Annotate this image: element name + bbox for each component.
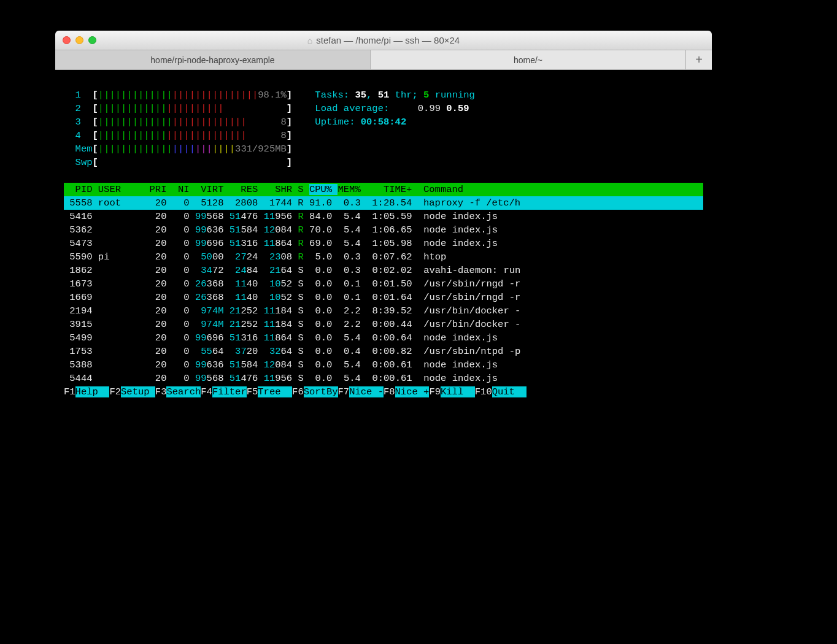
window-title: ⌂ stefan — /home/pi — ssh — 80×24 [55,35,712,45]
fkey-f3[interactable]: Search [166,386,201,397]
fkey-f9[interactable]: Kill [441,386,475,397]
process-row[interactable]: 5362 20 0 99636 51584 12084 R 70.0 5.4 1… [64,223,703,237]
fkey-f1[interactable]: Help [75,386,110,397]
process-row[interactable]: 5473 20 0 99696 51316 11864 R 69.0 5.4 1… [64,237,703,250]
process-row[interactable]: 5499 20 0 99696 51316 11864 S 0.0 5.4 0:… [64,331,703,345]
fkey-f7[interactable]: Nice - [349,386,384,397]
fkey-f8[interactable]: Nice + [395,386,430,397]
fkey-f10[interactable]: Quit [492,386,526,397]
process-row[interactable]: 1673 20 0 26368 1140 1052 S 0.0 0.1 0:01… [64,277,703,291]
tab-2[interactable]: home/~ [371,50,686,69]
minimize-icon[interactable] [75,36,83,44]
process-row[interactable]: 2194 20 0 974M 21252 11184 S 0.0 2.2 8:3… [64,304,703,318]
fkey-f4[interactable]: Filter [212,386,247,397]
tab-1[interactable]: home/rpi-node-haproxy-example [55,50,371,69]
process-header[interactable]: PID USER PRI NI VIRT RES SHR S CPU% MEM%… [64,183,703,196]
fkey-f2[interactable]: Setup [121,386,155,397]
maximize-icon[interactable] [88,36,96,44]
process-row[interactable]: 5444 20 0 99568 51476 11956 S 0.0 5.4 0:… [64,372,703,385]
process-row[interactable]: 1862 20 0 3472 2484 2164 S 0.0 0.3 0:02.… [64,264,703,277]
traffic-lights [63,36,96,44]
process-row[interactable]: 5388 20 0 99636 51584 12084 S 0.0 5.4 0:… [64,358,703,372]
terminal-content[interactable]: 1 [||||||||||||||||||||||||||||98.1%] Ta… [55,70,712,402]
window-titlebar[interactable]: ⌂ stefan — /home/pi — ssh — 80×24 [55,31,712,50]
process-row[interactable]: 5416 20 0 99568 51476 11956 R 84.0 5.4 1… [64,210,703,223]
close-icon[interactable] [63,36,71,44]
fkey-f6[interactable]: SortBy [304,386,338,397]
fkey-f5[interactable]: Tree [258,386,292,397]
process-row[interactable]: 5590 pi 20 0 5000 2724 2308 R 5.0 0.3 0:… [64,250,703,264]
home-icon: ⌂ [307,36,312,45]
new-tab-button[interactable]: + [686,50,712,69]
terminal-window: ⌂ stefan — /home/pi — ssh — 80×24 home/r… [55,31,712,402]
tab-bar: home/rpi-node-haproxy-example home/~ + [55,50,712,70]
process-row[interactable]: 3915 20 0 974M 21252 11184 S 0.0 2.2 0:0… [64,318,703,331]
process-row[interactable]: 1669 20 0 26368 1140 1052 S 0.0 0.1 0:01… [64,291,703,304]
process-row[interactable]: 1753 20 0 5564 3720 3264 S 0.0 0.4 0:00.… [64,345,703,358]
process-row-selected[interactable]: 5558 root 20 0 5128 2808 1744 R 91.0 0.3… [64,196,703,210]
